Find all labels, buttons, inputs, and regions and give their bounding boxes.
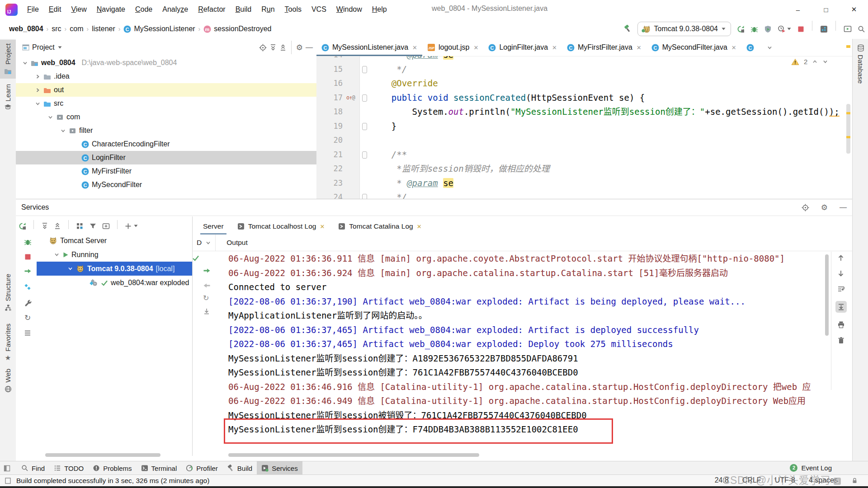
scroll-end-icon[interactable]	[837, 303, 845, 311]
rerun-icon[interactable]	[737, 25, 745, 33]
code-line[interactable]: 19 }	[316, 119, 852, 134]
menu-window[interactable]: Window	[331, 4, 367, 15]
expand-all-icon[interactable]	[41, 222, 48, 230]
deploy-log-dropdown[interactable]: D	[193, 235, 216, 251]
toolwindow-button-terminal[interactable]: Terminal	[137, 461, 182, 475]
close-tab-icon[interactable]: ✕	[474, 44, 479, 51]
down-arrow-icon[interactable]	[837, 270, 844, 277]
run-configuration-select[interactable]: Tomcat 9.0.38-0804	[637, 22, 731, 36]
services-tree-item[interactable]: web_0804:war exploded	[37, 276, 192, 290]
stripe-tab-favorites[interactable]: Favorites★	[0, 320, 16, 365]
toolwindow-button-todo[interactable]: TODO	[49, 461, 88, 475]
list-icon[interactable]	[24, 329, 31, 337]
services-tab[interactable]: Tomcat Localhost Log✕	[232, 218, 330, 235]
menu-build[interactable]: Build	[231, 4, 257, 15]
breadcrumb-method[interactable]: msessionDestroyed	[203, 25, 271, 33]
wrench-icon[interactable]	[24, 299, 32, 306]
plus-icon[interactable]	[125, 223, 132, 230]
stripe-tab-learn[interactable]: Learn	[0, 80, 16, 114]
code-line[interactable]: 17 o↑@ public void sessionCreated(HttpSe…	[316, 91, 852, 105]
deploy-green-icon[interactable]	[24, 268, 32, 276]
close-tab-icon[interactable]: ✕	[637, 44, 642, 51]
breadcrumb-item[interactable]: com	[70, 25, 83, 33]
services-tab[interactable]: Server	[198, 218, 229, 235]
project-tree-item[interactable]: web_0804D:\java-web-space\web_0804	[16, 56, 316, 70]
project-tree-item[interactable]: CLoginFilter	[16, 151, 316, 164]
menu-navigate[interactable]: Navigate	[92, 4, 130, 15]
hammer-icon[interactable]	[623, 25, 632, 33]
project-tree-item[interactable]: CMySecondFilter	[16, 178, 316, 192]
hide-panel-icon[interactable]: —	[306, 44, 313, 51]
project-tree-item[interactable]: CMyFirstFilter	[16, 164, 316, 178]
code-line[interactable]: 18 System.out.println("MySessionListener…	[316, 105, 852, 119]
group-by-icon[interactable]	[76, 222, 84, 230]
expand-all-icon[interactable]	[269, 44, 277, 51]
breadcrumb-item[interactable]: src	[52, 25, 61, 33]
search-icon[interactable]	[858, 25, 865, 33]
services-tab[interactable]: Tomcat Catalina Log✕	[333, 218, 427, 235]
project-tree-item[interactable]: src	[16, 97, 316, 110]
chevron-down-icon[interactable]	[57, 46, 62, 49]
collapse-all-icon[interactable]	[54, 222, 61, 230]
toolwindow-button-profiler[interactable]: Profiler	[181, 461, 222, 475]
close-tab-icon[interactable]: ✕	[417, 223, 422, 230]
profiler-icon[interactable]	[764, 25, 772, 33]
scroll-down-sm-icon[interactable]	[203, 308, 210, 315]
run-window-icon[interactable]	[844, 25, 852, 33]
menu-vcs[interactable]: VCS	[307, 4, 331, 15]
menu-help[interactable]: Help	[367, 4, 392, 15]
close-tab-icon[interactable]: ✕	[552, 44, 557, 51]
code-line[interactable]: 20	[316, 133, 852, 148]
editor-tab[interactable]: JSPlogout.jsp✕	[422, 39, 483, 56]
breadcrumb-item[interactable]: web_0804	[9, 25, 43, 33]
output-hscrollbar[interactable]	[228, 453, 479, 457]
chevron-up-icon[interactable]	[812, 59, 818, 65]
menu-refactor[interactable]: Refactor	[193, 4, 230, 15]
toolwindow-button-build[interactable]: Build	[222, 461, 257, 475]
stop-icon[interactable]	[797, 26, 804, 33]
output-vscrollbar[interactable]	[825, 254, 829, 336]
deploy-gray-icon[interactable]	[203, 281, 211, 289]
menu-analyze[interactable]: Analyze	[157, 4, 193, 15]
menu-run[interactable]: Run	[256, 4, 279, 15]
debug-icon[interactable]	[750, 25, 758, 33]
rollback-icon[interactable]: ↻	[203, 295, 209, 302]
stripe-tab-structure[interactable]: Structure	[0, 270, 16, 315]
breadcrumb-class[interactable]: CMySessionListener	[123, 25, 195, 33]
editor-tab[interactable]: CLoginFilter.java✕	[483, 39, 562, 56]
lock-icon[interactable]	[851, 477, 858, 484]
maximize-button[interactable]: □	[812, 0, 840, 19]
add-frame-icon[interactable]	[102, 222, 110, 230]
stripe-tab-web[interactable]: Web	[0, 365, 16, 396]
deploy-green-icon[interactable]	[203, 267, 211, 275]
chevron-down-icon[interactable]	[822, 59, 828, 65]
menu-file[interactable]: File	[22, 4, 44, 15]
close-tab-icon[interactable]: ✕	[320, 223, 325, 230]
code-line[interactable]: 24 */	[316, 190, 852, 199]
toolwindow-button-find[interactable]: Find	[17, 461, 49, 475]
menu-view[interactable]: View	[66, 4, 91, 15]
tree-hscrollbar[interactable]	[45, 453, 160, 457]
editor-tab[interactable]: CMySecondFilter.java✕	[646, 39, 741, 56]
services-tree-item[interactable]: Running	[37, 248, 192, 262]
services-grid-icon[interactable]	[820, 25, 828, 33]
close-tab-icon[interactable]: ✕	[412, 44, 417, 51]
code-line[interactable]: 22 *监听到session销毁时，做相应的处理	[316, 162, 852, 176]
menu-edit[interactable]: Edit	[44, 4, 66, 15]
rerun-icon[interactable]	[19, 222, 26, 230]
services-tree-item[interactable]: Tomcat 9.0.38-0804 [local]	[37, 262, 192, 276]
hide-panel-icon[interactable]: —	[840, 204, 847, 211]
collapse-all-icon[interactable]	[279, 44, 287, 51]
console-output[interactable]: 06-Aug-2022 01:36:36.911 信息 [main] org.a…	[228, 252, 830, 441]
code-line[interactable]: 23 * @param se	[316, 176, 852, 191]
tool-window-switcher-icon[interactable]	[4, 465, 10, 472]
filter-icon[interactable]	[89, 222, 97, 230]
toolwindow-button-problems[interactable]: Problems	[88, 461, 136, 475]
close-button[interactable]: ✕	[840, 0, 868, 19]
close-tab-icon[interactable]: ✕	[731, 44, 736, 51]
menu-tools[interactable]: Tools	[280, 4, 307, 15]
minimize-button[interactable]: –	[784, 0, 812, 19]
stop-icon[interactable]	[24, 253, 31, 260]
services-tree-item[interactable]: Tomcat Server	[37, 234, 192, 248]
menu-code[interactable]: Code	[130, 4, 157, 15]
